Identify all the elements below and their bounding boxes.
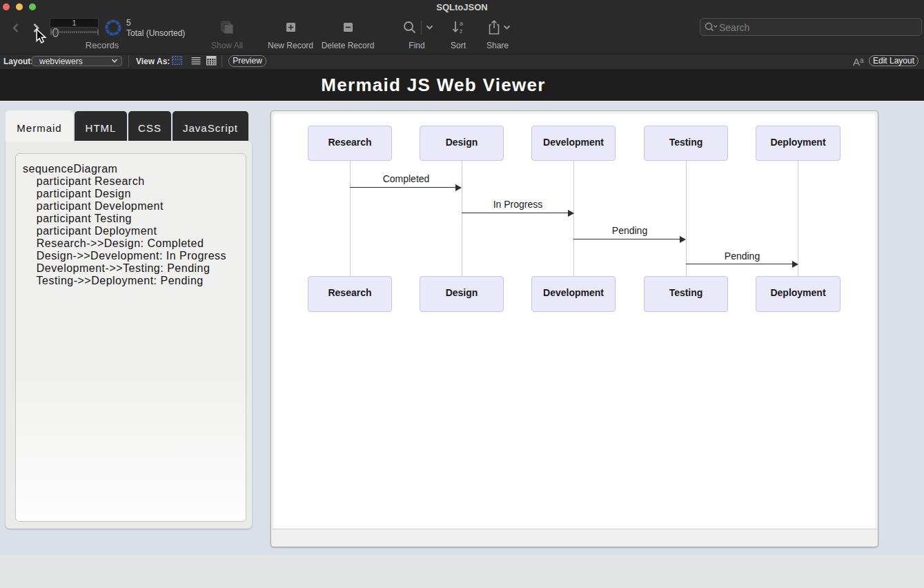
svg-text:z: z xyxy=(460,28,463,35)
svg-text:a: a xyxy=(460,20,463,27)
